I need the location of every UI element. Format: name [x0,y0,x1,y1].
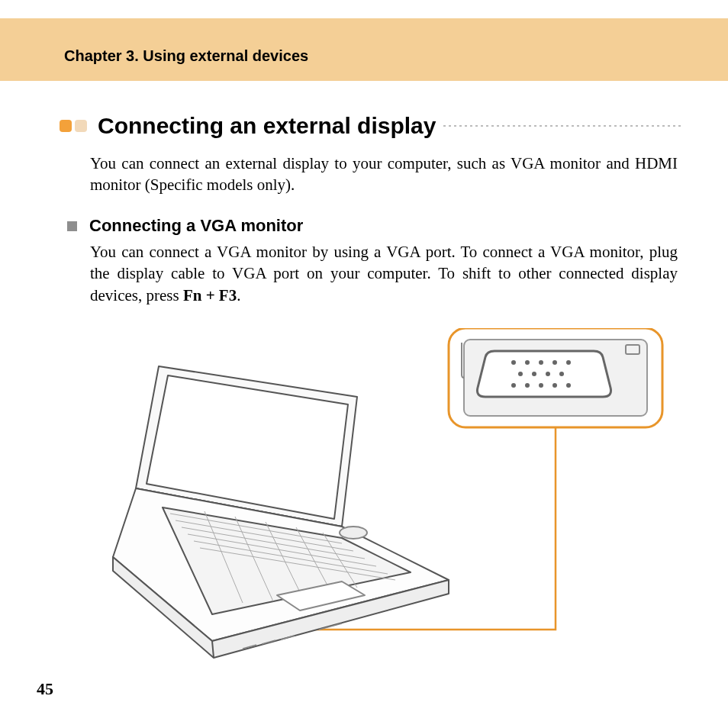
subsection-title: Connecting a VGA monitor [89,216,303,236]
svg-point-3 [511,360,516,365]
body-suffix: . [237,286,240,304]
chapter-title: Chapter 3. Using external devices [64,47,308,65]
bullet-icon [75,120,87,132]
vga-callout [449,328,662,427]
svg-point-12 [511,383,516,388]
svg-point-11 [559,372,564,376]
dash-rule [443,125,682,127]
svg-point-10 [546,372,550,376]
intro-paragraph: You can connect an external display to y… [90,153,678,196]
svg-point-18 [340,527,367,539]
svg-point-5 [539,360,543,365]
svg-point-14 [539,383,543,388]
laptop-figure [90,328,678,664]
body-prefix: You can connect a VGA monitor by using a… [90,243,678,304]
svg-point-6 [552,360,557,365]
svg-point-4 [525,360,530,365]
svg-point-8 [518,372,523,376]
square-bullet-icon [67,221,77,231]
svg-point-13 [525,383,530,388]
bullet-icon [60,120,72,132]
shortcut-key: Fn + F3 [183,286,237,304]
section-title: Connecting an external display [98,113,436,139]
svg-point-7 [566,360,571,365]
subsection-heading-row: Connecting a VGA monitor [67,216,303,236]
svg-point-16 [566,383,571,388]
page-number: 45 [37,679,53,699]
body-paragraph: You can connect a VGA monitor by using a… [90,241,678,306]
laptop-diagram [113,366,449,658]
svg-point-15 [552,383,557,388]
svg-point-9 [532,372,536,376]
section-heading-row: Connecting an external display [60,113,682,139]
